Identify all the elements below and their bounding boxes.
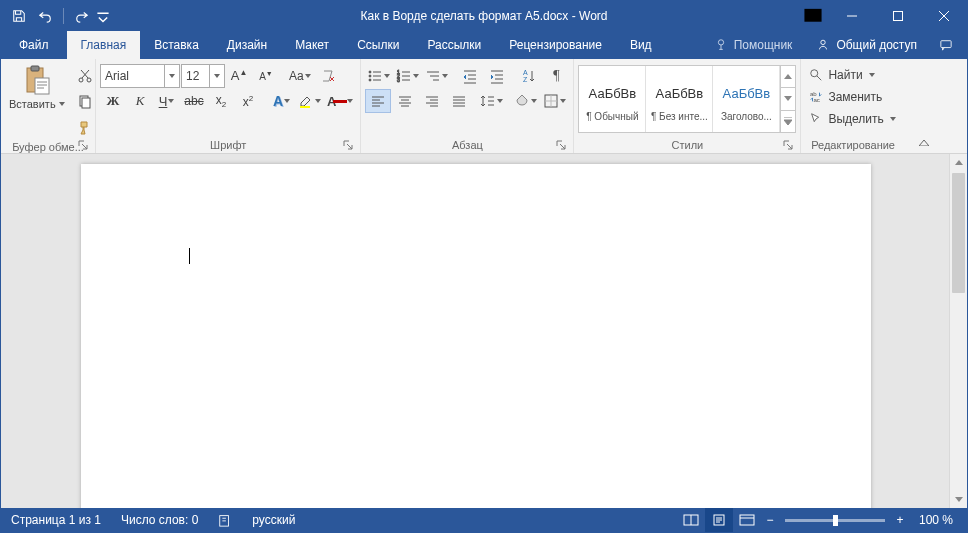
multilevel-list-button[interactable] xyxy=(423,64,451,88)
bold-button[interactable]: Ж xyxy=(100,89,126,113)
zoom-level[interactable]: 100 % xyxy=(909,508,967,532)
tab-mailings[interactable]: Рассылки xyxy=(413,31,495,59)
line-spacing-button[interactable] xyxy=(478,89,506,113)
styles-scroll-up[interactable] xyxy=(781,66,795,88)
title-bar: Как в Ворде сделать формат A5.docx - Wor… xyxy=(1,1,967,31)
collapse-ribbon-button[interactable] xyxy=(905,135,935,153)
tab-review[interactable]: Рецензирование xyxy=(495,31,616,59)
page-viewport[interactable] xyxy=(1,154,950,508)
replace-label: Заменить xyxy=(828,90,882,104)
change-case-button[interactable]: Aa xyxy=(287,64,314,88)
copy-button[interactable] xyxy=(72,90,98,114)
select-button[interactable]: Выделить xyxy=(805,108,900,130)
grow-font-button[interactable]: A▲ xyxy=(226,64,252,88)
svg-rect-4 xyxy=(941,41,951,48)
scroll-thumb[interactable] xyxy=(952,173,965,293)
tab-layout[interactable]: Макет xyxy=(281,31,343,59)
print-layout-button[interactable] xyxy=(705,508,733,532)
font-name-combo[interactable]: Arial xyxy=(100,64,180,88)
maximize-button[interactable] xyxy=(875,1,921,31)
web-layout-button[interactable] xyxy=(733,508,761,532)
tab-insert[interactable]: Вставка xyxy=(140,31,213,59)
font-size-combo[interactable]: 12 xyxy=(181,64,225,88)
scroll-track[interactable] xyxy=(950,171,967,491)
page[interactable] xyxy=(81,164,871,508)
paragraph-dialog-launcher[interactable] xyxy=(555,140,567,152)
svg-rect-7 xyxy=(35,78,49,94)
spellcheck-status[interactable] xyxy=(208,508,242,532)
styles-more-button[interactable] xyxy=(781,111,795,132)
subscript-button[interactable]: x2 xyxy=(208,89,234,113)
sort-button[interactable]: AZ xyxy=(516,64,542,88)
styles-scroll-down[interactable] xyxy=(781,88,795,110)
tab-view[interactable]: Вид xyxy=(616,31,666,59)
clipboard-dialog-launcher[interactable] xyxy=(77,140,89,152)
svg-text:A: A xyxy=(523,69,528,76)
close-button[interactable] xyxy=(921,1,967,31)
vertical-scrollbar[interactable] xyxy=(949,154,967,508)
undo-button[interactable] xyxy=(33,4,57,28)
svg-point-16 xyxy=(369,79,371,81)
ribbon-display-options-button[interactable] xyxy=(803,6,823,26)
tab-file[interactable]: Файл xyxy=(1,31,67,59)
shrink-font-button[interactable]: A▼ xyxy=(253,64,279,88)
tab-references[interactable]: Ссылки xyxy=(343,31,413,59)
group-paragraph: 123 AZ ¶ xyxy=(361,59,574,153)
superscript-button[interactable]: x2 xyxy=(235,89,261,113)
scroll-down-button[interactable] xyxy=(950,491,967,508)
style-normal[interactable]: АаБбВв¶ Обычный xyxy=(579,66,646,132)
save-button[interactable] xyxy=(7,4,31,28)
ribbon: Вставить Буфер обме... Arial 12 A▲ A▼ xyxy=(1,59,967,154)
show-marks-button[interactable]: ¶ xyxy=(543,64,569,88)
align-center-button[interactable] xyxy=(392,89,418,113)
clear-formatting-button[interactable] xyxy=(315,64,341,88)
highlight-button[interactable] xyxy=(296,89,324,113)
redo-button[interactable] xyxy=(70,4,94,28)
find-button[interactable]: Найти xyxy=(805,64,900,86)
justify-button[interactable] xyxy=(446,89,472,113)
word-count-status[interactable]: Число слов: 0 xyxy=(111,508,208,532)
align-right-button[interactable] xyxy=(419,89,445,113)
italic-button[interactable]: К xyxy=(127,89,153,113)
read-mode-button[interactable] xyxy=(677,508,705,532)
qat-customize-button[interactable] xyxy=(96,4,110,28)
style-heading1[interactable]: АаБбВвЗаголово... xyxy=(713,66,780,132)
paste-button[interactable]: Вставить xyxy=(5,62,70,112)
tell-me-helper[interactable]: Помощник xyxy=(704,38,803,52)
ribbon-tabs: Файл Главная Вставка Дизайн Макет Ссылки… xyxy=(1,31,967,59)
language-status[interactable]: русский xyxy=(242,508,305,532)
font-dialog-launcher[interactable] xyxy=(342,140,354,152)
share-button[interactable]: Общий доступ xyxy=(806,38,927,52)
group-font: Arial 12 A▲ A▼ Aa Ж К Ч abc x2 x2 A xyxy=(96,59,361,153)
borders-button[interactable] xyxy=(541,89,569,113)
scroll-up-button[interactable] xyxy=(950,154,967,171)
numbering-button[interactable]: 123 xyxy=(394,64,422,88)
styles-dialog-launcher[interactable] xyxy=(782,140,794,152)
format-painter-button[interactable] xyxy=(72,116,98,140)
zoom-in-button[interactable]: + xyxy=(891,508,909,532)
increase-indent-button[interactable] xyxy=(484,64,510,88)
svg-point-23 xyxy=(811,70,818,77)
strikethrough-button[interactable]: abc xyxy=(181,89,207,113)
zoom-slider[interactable] xyxy=(785,519,885,522)
align-left-button[interactable] xyxy=(365,89,391,113)
font-color-button[interactable]: A xyxy=(325,89,356,113)
decrease-indent-button[interactable] xyxy=(457,64,483,88)
tab-home[interactable]: Главная xyxy=(67,31,141,59)
svg-point-3 xyxy=(821,40,825,44)
page-number-status[interactable]: Страница 1 из 1 xyxy=(1,508,111,532)
cut-button[interactable] xyxy=(72,64,98,88)
window-controls xyxy=(803,1,967,31)
text-effects-button[interactable]: A xyxy=(269,89,295,113)
shading-button[interactable] xyxy=(512,89,540,113)
style-no-spacing[interactable]: АаБбВв¶ Без инте... xyxy=(646,66,713,132)
tab-design[interactable]: Дизайн xyxy=(213,31,281,59)
font-name-value: Arial xyxy=(101,69,164,83)
zoom-slider-thumb[interactable] xyxy=(833,515,838,526)
replace-button[interactable]: abacЗаменить xyxy=(805,86,900,108)
minimize-button[interactable] xyxy=(829,1,875,31)
comments-button[interactable] xyxy=(931,30,961,60)
zoom-out-button[interactable]: − xyxy=(761,508,779,532)
underline-button[interactable]: Ч xyxy=(154,89,180,113)
bullets-button[interactable] xyxy=(365,64,393,88)
